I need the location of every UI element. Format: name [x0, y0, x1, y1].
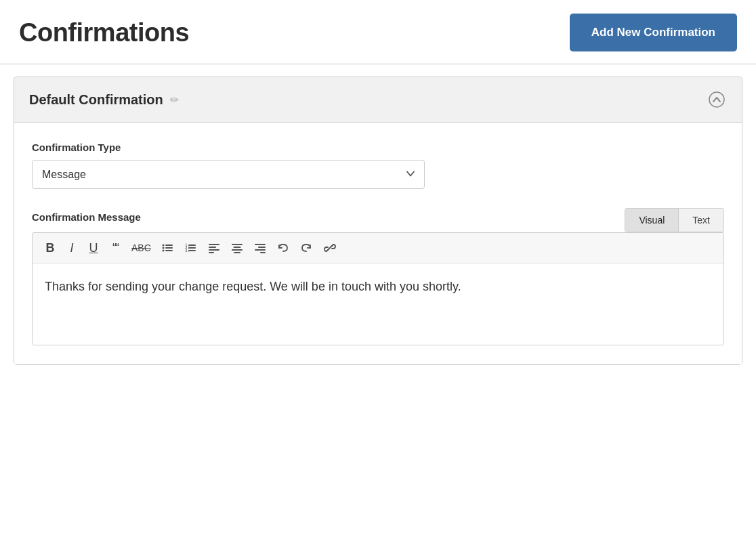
chevron-up-circle-icon — [709, 91, 725, 108]
card-title: Default Confirmation — [29, 92, 163, 108]
undo-icon — [277, 242, 289, 254]
svg-rect-12 — [188, 250, 196, 251]
italic-button[interactable]: I — [62, 238, 81, 257]
svg-point-3 — [162, 247, 164, 249]
svg-rect-4 — [165, 247, 173, 249]
svg-rect-21 — [255, 244, 266, 245]
redo-button[interactable] — [296, 238, 316, 257]
redo-icon — [300, 242, 312, 254]
card-title-row: Default Confirmation ✏ — [29, 92, 179, 108]
link-icon — [323, 241, 337, 255]
svg-rect-16 — [209, 252, 214, 253]
svg-rect-19 — [232, 249, 243, 251]
svg-rect-22 — [258, 247, 266, 248]
confirmation-message-label: Confirmation Message — [32, 211, 141, 223]
editor-toolbar: B I U ““ ABC — [33, 233, 723, 263]
align-right-button[interactable] — [250, 238, 270, 257]
align-left-button[interactable] — [204, 238, 224, 257]
message-header: Confirmation Message Visual Text — [32, 208, 724, 232]
confirmation-card: Default Confirmation ✏ Confirmation Type… — [14, 77, 742, 365]
svg-rect-15 — [209, 249, 219, 251]
page-title: Confirmations — [19, 18, 189, 47]
strikethrough-button[interactable]: ABC — [127, 238, 155, 257]
card-body: Confirmation Type Message Page Redirect … — [14, 123, 742, 364]
confirmation-type-select-wrapper: Message Page Redirect — [32, 160, 425, 189]
bold-button[interactable]: B — [41, 238, 60, 257]
header-divider — [0, 64, 756, 64]
editor-content-area[interactable]: Thanks for sending your change request. … — [33, 263, 723, 345]
svg-rect-18 — [233, 247, 240, 248]
tab-visual[interactable]: Visual — [625, 209, 679, 232]
editor-tab-group: Visual Text — [625, 208, 724, 232]
align-right-icon — [254, 242, 266, 254]
align-center-icon — [231, 242, 243, 254]
svg-point-1 — [162, 244, 164, 247]
edit-icon[interactable]: ✏ — [170, 93, 179, 106]
svg-rect-17 — [232, 244, 243, 245]
confirmation-message-section: Confirmation Message Visual Text B I U “… — [32, 208, 724, 345]
svg-point-5 — [162, 250, 164, 252]
strikethrough-icon: ABC — [131, 243, 151, 253]
align-left-icon — [208, 242, 220, 254]
bullet-list-icon — [162, 242, 174, 254]
tab-text[interactable]: Text — [679, 209, 723, 232]
editor-container: B I U ““ ABC — [32, 232, 724, 345]
collapse-button[interactable] — [707, 89, 727, 110]
link-button[interactable] — [319, 238, 341, 257]
svg-rect-14 — [209, 247, 216, 248]
svg-rect-20 — [234, 252, 240, 253]
svg-rect-6 — [165, 250, 173, 251]
main-content: Default Confirmation ✏ Confirmation Type… — [0, 77, 756, 365]
blockquote-button[interactable]: ““ — [106, 238, 125, 257]
confirmation-type-label: Confirmation Type — [32, 142, 724, 153]
bullet-list-button[interactable] — [158, 238, 178, 257]
undo-button[interactable] — [273, 238, 293, 257]
add-new-confirmation-button[interactable]: Add New Confirmation — [570, 14, 737, 51]
card-header: Default Confirmation ✏ — [14, 77, 742, 123]
numbered-list-icon: 1. 2. 3. — [185, 242, 197, 254]
svg-point-0 — [709, 92, 724, 107]
svg-rect-23 — [255, 249, 266, 251]
svg-rect-2 — [165, 244, 173, 246]
svg-rect-13 — [209, 244, 219, 245]
svg-line-25 — [328, 247, 331, 250]
align-center-button[interactable] — [227, 238, 247, 257]
confirmation-type-select[interactable]: Message Page Redirect — [32, 160, 425, 189]
page-header: Confirmations Add New Confirmation — [0, 0, 756, 64]
underline-button[interactable]: U — [84, 238, 103, 257]
svg-rect-24 — [260, 252, 266, 253]
numbered-list-button[interactable]: 1. 2. 3. — [181, 238, 201, 257]
